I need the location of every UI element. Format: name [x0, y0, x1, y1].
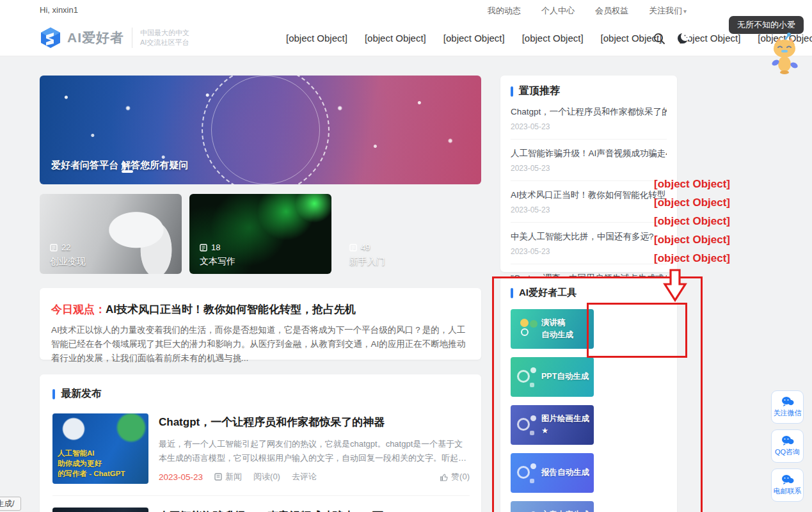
pinned-heading: 置顶推荐 [519, 84, 560, 98]
article-thumbnail[interactable]: 人工智能AI 助你成为更好 的写作者 - ChatGPT [52, 413, 148, 484]
thumbs-up-icon [440, 473, 448, 481]
tool-card[interactable]: 演讲稿 自动生成 [511, 309, 594, 349]
pinned-item[interactable]: 中美人工智能大比拼，中国还有多远? 2023-05-23 [511, 223, 667, 264]
tool-illustration [516, 414, 537, 436]
category-card[interactable]: 49 新手入门 [339, 194, 481, 274]
pinned-item-title: 人工智能诈骗升级！AI声音视频成功骗走430万 [511, 148, 667, 159]
search-icon[interactable] [653, 32, 665, 45]
latest-posts-panel: 最新发布 人工智能AI 助你成为更好 的写作者 - ChatGPT Chatgp… [40, 374, 481, 512]
article-reads: 阅读(0) [253, 471, 280, 483]
nav-item[interactable]: [object Object] [443, 20, 505, 56]
today-view-title: AI技术风口正当时！教你如何智能化转型，抢占先机 [106, 303, 356, 316]
topbar-link[interactable]: 我的动态 [488, 5, 522, 17]
tutorial-annotation-line: [object Object] [654, 212, 808, 230]
tool-label-line2: 自动生成 [541, 329, 573, 341]
tool-illustration [516, 462, 537, 484]
pinned-item[interactable]: AI技术风口正当时！教你如何智能化转型，抢占先机 2023-05-23 [511, 181, 667, 223]
contact-button-label: QQ咨询 [775, 447, 800, 457]
logo-tagline: 中国最大的中文 AI交流社区平台 [140, 28, 189, 47]
pinned-item-date: 2023-05-23 [511, 205, 667, 214]
floating-contact-buttons: 关注微信 QQ咨询 [771, 390, 804, 502]
category-card[interactable]: 22 创业变现 [40, 194, 182, 274]
category-title: 文本写作 [200, 256, 235, 268]
article-excerpt: 最近，有一个人工智能引起了网友们的热议，它就是chatgpt。chatgpt是一… [159, 437, 470, 465]
pinned-item-title: 中美人工智能大比拼，中国还有多远? [511, 231, 667, 243]
tool-card[interactable]: 文章内容生成 ★ [511, 501, 594, 512]
section-accent-bar [52, 389, 55, 399]
tutorial-annotation: [object Object][object Object][object Ob… [654, 175, 808, 268]
category-count: 22 [61, 243, 70, 252]
today-view-panel[interactable]: 今日观点：AI技术风口正当时！教你如何智能化转型，抢占先机 AI技术正以惊人的力… [40, 288, 481, 360]
pinned-item-title: AI技术风口正当时！教你如何智能化转型，抢占先机 [511, 189, 667, 201]
contact-button[interactable]: 关注微信 [771, 390, 804, 424]
tool-card[interactable]: 报告自动生成 [511, 453, 594, 493]
tool-card[interactable]: PPT自动生成 [511, 357, 594, 397]
today-view-body: AI技术正以惊人的力量改变着我们的生活，而你是否想知道，它是否将成为下一个平台级… [51, 323, 471, 365]
article-thumbnail[interactable] [52, 508, 148, 512]
tutorial-annotation-line: [object Object] [654, 249, 808, 268]
assistant-tooltip: 无所不知的小爱 [729, 16, 804, 34]
section-accent-bar [511, 86, 513, 97]
book-icon [214, 473, 222, 481]
tool-illustration [516, 318, 537, 340]
article-title[interactable]: 人工智能诈骗升级！AI声音视频成功骗走430万 [159, 509, 470, 512]
article-comment-link[interactable]: 去评论 [292, 471, 317, 483]
logo-title: AI爱好者 [67, 29, 124, 47]
article-row[interactable]: 人工智能诈骗升级！AI声音视频成功骗走430万 [52, 495, 470, 512]
category-count: 49 [361, 243, 370, 252]
pinned-panel: 置顶推荐 Chatgpt，一个让程序员和作家都惊呆了的神器 2023-05-23… [500, 76, 677, 272]
page: Hi, xinxin1 我的动态 个人中心 会员权益 关注我们▾ AI爱好者 [0, 0, 812, 512]
article-title[interactable]: Chatgpt，一个让程序员和作家都惊呆了的神器 [159, 415, 470, 429]
contact-button[interactable]: 电邮联系 [771, 468, 804, 502]
tool-label-line1: 演讲稿 [541, 317, 573, 329]
pinned-list: Chatgpt，一个让程序员和作家都惊呆了的神器 2023-05-23 人工智能… [511, 98, 667, 305]
tool-illustration [516, 366, 537, 388]
logo-divider [132, 28, 132, 48]
pinned-item-date: 2023-05-23 [511, 247, 667, 256]
contact-button-label: 电邮联系 [774, 486, 802, 496]
topbar-link[interactable]: 个人中心 [541, 5, 576, 17]
cat-mascot[interactable] [760, 32, 806, 74]
book-icon [349, 244, 357, 252]
nav-item[interactable]: [object Object] [286, 20, 347, 56]
section-accent-bar [511, 288, 513, 298]
site-header: AI爱好者 中国最大的中文 AI交流社区平台 [object Object] [… [0, 20, 812, 56]
topbar-link[interactable]: 关注我们▾ [649, 5, 687, 17]
contact-icon [781, 474, 794, 484]
chevron-down-icon: ▾ [683, 8, 687, 15]
category-cards: 22 创业变现 18 文本写作 49 新手入门 [40, 194, 481, 274]
tutorial-annotation-line: [object Object] [654, 193, 808, 212]
tool-label-line1: 报告自动生成 [541, 467, 589, 479]
pinned-item[interactable]: 人工智能诈骗升级！AI声音视频成功骗走430万 2023-05-23 [511, 140, 667, 181]
nav-item[interactable]: [object Object] [365, 20, 426, 56]
category-card[interactable]: 18 文本写作 [189, 194, 331, 274]
ai-tools-panel: AI爱好者工具 演讲稿 自动生成 [500, 277, 677, 512]
latest-heading: 最新发布 [61, 387, 102, 401]
pinned-item-date: 2023-05-23 [511, 164, 667, 173]
topbar-link[interactable]: 会员权益 [595, 5, 630, 17]
pinned-item[interactable]: Chatgpt，一个让程序员和作家都惊呆了的神器 2023-05-23 [511, 98, 667, 140]
tutorial-arrow-down-icon [662, 269, 688, 302]
category-count: 18 [211, 243, 220, 252]
topbar: Hi, xinxin1 我的动态 个人中心 会员权益 关注我们▾ [0, 0, 812, 20]
topbar-links: 我的动态 个人中心 会员权益 关注我们▾ [488, 5, 687, 17]
article-row[interactable]: 人工智能AI 助你成为更好 的写作者 - ChatGPT Chatgpt，一个让… [52, 413, 470, 484]
pinned-item-date: 2023-05-23 [511, 122, 667, 131]
nav-item[interactable]: [object Object] [522, 20, 584, 56]
banner-caption: 爱好者问答平台 解答您所有疑问 [51, 159, 188, 172]
article-category[interactable]: 新闻 [214, 471, 242, 483]
tools-grid: 演讲稿 自动生成 PPT自动生成 [511, 309, 667, 512]
article-date: 2023-05-23 [159, 472, 203, 482]
site-logo[interactable]: AI爱好者 中国最大的中文 AI交流社区平台 [40, 27, 189, 49]
category-title: 新手入门 [349, 256, 385, 268]
tools-heading: AI爱好者工具 [519, 287, 577, 299]
contact-button[interactable]: QQ咨询 [771, 429, 804, 463]
hero-banner[interactable]: 爱好者问答平台 解答您所有疑问 [40, 76, 481, 184]
article-like-button[interactable]: 赞(0) [440, 471, 470, 483]
pinned-item-title: Chatgpt，一个让程序员和作家都惊呆了的神器 [511, 106, 667, 118]
category-title: 创业变现 [50, 256, 86, 268]
carousel-indicator[interactable] [122, 170, 133, 173]
dark-mode-moon-icon[interactable] [676, 32, 689, 45]
book-icon [50, 244, 58, 252]
tool-card[interactable]: 图片绘画生成★ [511, 405, 594, 445]
